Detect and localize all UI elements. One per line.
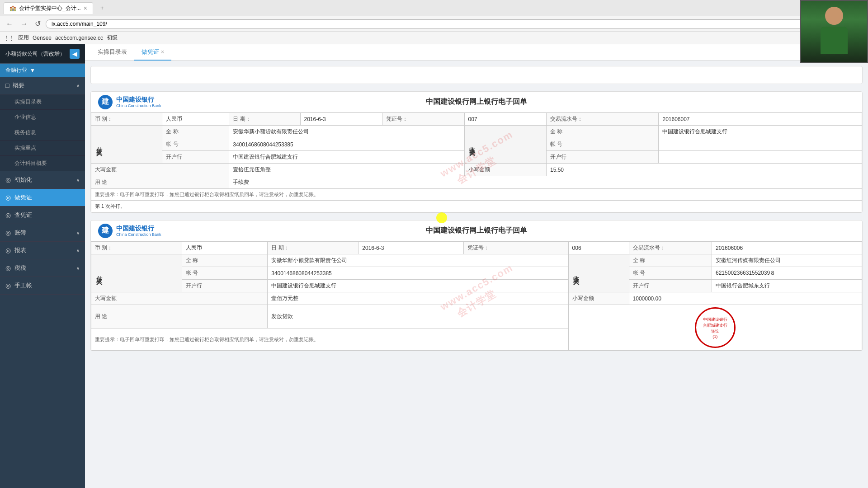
forward-btn[interactable]: → — [18, 19, 30, 29]
tab-voucher[interactable]: 做凭证 × — [134, 44, 171, 61]
currency-label-2: 币 别： — [91, 242, 182, 254]
tab-bar-browser: 🏫 会计学堂实操中心_会计... × + — [0, 0, 868, 16]
payer-bank-label-1: 开户行 — [162, 151, 229, 164]
init-arrow: ∨ — [76, 178, 80, 183]
apps-icon[interactable]: ⋮⋮ — [4, 35, 14, 41]
voucher-tab-close[interactable]: × — [161, 49, 164, 55]
sidebar-collapse-btn[interactable]: ◀ — [70, 49, 80, 59]
amount-small-label-2: 小写金额 — [568, 292, 629, 305]
bookmark-acc5[interactable]: acc5com.gensee.cc — [55, 35, 103, 41]
sidebar-item-check-voucher[interactable]: ◎ 查凭证 — [0, 206, 85, 224]
sidebar-header: 小额贷款公司（营改增） ◀ — [0, 44, 85, 64]
person-figure — [816, 7, 852, 56]
tab-exercise-list[interactable]: 实操目录表 — [90, 44, 134, 61]
sidebar-sub-item-key-points[interactable]: 实操重点 — [0, 141, 85, 156]
account-summary-label: 会计科目概要 — [14, 160, 47, 166]
purpose-2: 发放贷款 — [268, 305, 568, 328]
sidebar-sub-item-account-summary[interactable]: 会计科目概要 — [0, 156, 85, 171]
amount-big-label-1: 大写金额 — [91, 164, 229, 176]
tx-flow-no-2: 201606006 — [712, 242, 862, 254]
overview-icon: □ — [5, 82, 9, 89]
sidebar-sub-item-company-info[interactable]: 企业信息 — [0, 110, 85, 125]
tx-flow-label-1: 交易流水号： — [547, 113, 659, 126]
report-label: 报表 — [14, 246, 26, 254]
stamp-line1: 中国建设银行 — [703, 317, 727, 323]
payee-section-1: 收 款 人 — [464, 126, 546, 164]
sidebar-item-voucher[interactable]: ◎ 做凭证 — [0, 189, 85, 206]
voucher-tab-label: 做凭证 — [142, 48, 159, 56]
payee-fullname-label-2: 全 称 — [629, 254, 712, 267]
industry-selector[interactable]: 金融行业 ▼ — [0, 64, 85, 77]
date-value-2: 2016-6-3 — [359, 242, 463, 254]
sidebar-sub-item-tax-info[interactable]: 税务信息 — [0, 125, 85, 141]
sidebar-item-report[interactable]: ◎ 报表 ∨ — [0, 242, 85, 259]
browser-tab-active[interactable]: 🏫 会计学堂实操中心_会计... × — [4, 2, 93, 14]
video-person — [801, 1, 867, 62]
currency-value-1: 人民币 — [162, 113, 229, 126]
voucher-no-2: 006 — [568, 242, 629, 254]
report-arrow: ∨ — [76, 248, 80, 253]
voucher-label-1: 凭证号： — [382, 113, 464, 126]
tax-info-label: 税务信息 — [14, 129, 36, 136]
bank-table-2: 币 别： 人民币 日 期： 2016-6-3 凭证号： 006 交易流水号： 2… — [91, 241, 862, 351]
new-tab-btn[interactable]: + — [97, 3, 108, 13]
payer-account-label-1: 帐 号 — [162, 138, 229, 151]
print-info-1: 第 1 次补打。 — [91, 201, 862, 212]
bookmark-gensee[interactable]: Gensee — [33, 35, 52, 41]
payee-bank-2: 中国银行合肥城东支行 — [712, 280, 862, 292]
bookmark-beginner[interactable]: 初级 — [107, 34, 118, 42]
main-content: 实操目录表 做凭证 × 建 中国建设银行 China Construction … — [85, 44, 868, 488]
report-icon: ◎ — [5, 247, 11, 254]
address-bar[interactable]: lx.acc5.com/main_109/ — [46, 19, 864, 28]
browser-nav-bar: ← → ↺ lx.acc5.com/main_109/ — [0, 16, 868, 32]
payee-fullname-label-1: 全 称 — [547, 126, 659, 138]
payer-bank-2: 中国建设银行合肥城建支行 — [268, 280, 568, 292]
overview-arrow: ∧ — [76, 83, 80, 88]
bank-title-2: 中国建设银行网上银行电子回单 — [426, 226, 527, 235]
sidebar-item-tax[interactable]: ◎ 税税 ∨ — [0, 259, 85, 277]
stamp-line3: 转讫 — [711, 328, 719, 334]
bank-stamp-cell: 中国建设银行 合肥城建支行 转讫 (1) — [568, 305, 862, 351]
payee-fullname-2: 安徽红河传媒有限责任公司 — [712, 254, 862, 267]
content-area: 建 中国建设银行 China Construction Bank 中国建设银行网… — [85, 61, 868, 488]
tx-flow-no-1: 201606007 — [659, 113, 862, 126]
payer-fullname-label-1: 全 称 — [162, 126, 229, 138]
company-name: 小额贷款公司（营改增） — [5, 50, 65, 58]
purpose-1: 手续费 — [229, 176, 862, 189]
init-icon: ◎ — [5, 176, 11, 183]
bank-card-1: 建 中国建设银行 China Construction Bank 中国建设银行网… — [90, 91, 863, 213]
payer-section-1: 付 款 人 — [91, 126, 162, 164]
bank-name-en-2: China Construction Bank — [116, 232, 161, 237]
bank-logo-1: 建 中国建设银行 China Construction Bank — [98, 95, 161, 109]
voucher-no-1: 007 — [464, 113, 546, 126]
sidebar-item-ledger[interactable]: ◎ 账簿 ∨ — [0, 224, 85, 242]
sidebar-sub-item-exercise-list[interactable]: 实操目录表 — [0, 94, 85, 110]
back-btn[interactable]: ← — [4, 19, 15, 29]
industry-label: 金融行业 — [5, 66, 27, 74]
refresh-btn[interactable]: ↺ — [33, 19, 43, 29]
bookmark-apps[interactable]: 应用 — [18, 34, 29, 42]
payee-bank-label-2: 开户行 — [629, 280, 712, 292]
purpose-label-2: 用 途 — [91, 305, 268, 328]
amount-big-1: 壹拾伍元伍角整 — [229, 164, 464, 176]
date-label-2: 日 期： — [268, 242, 359, 254]
ledger-label: 账簿 — [14, 229, 26, 237]
sidebar-item-init[interactable]: ◎ 初始化 ∨ — [0, 171, 85, 189]
person-body — [821, 27, 848, 54]
payer-bank-1: 中国建设银行合肥城建支行 — [229, 151, 464, 164]
voucher-icon: ◎ — [5, 194, 11, 201]
bank-name-cn-1: 中国建设银行 — [116, 96, 161, 103]
bank-logo-2: 建 中国建设银行 China Construction Bank — [98, 224, 161, 238]
date-label-1: 日 期： — [229, 113, 300, 126]
app-tab-bar: 实操目录表 做凭证 × — [85, 44, 868, 61]
payee-account-label-2: 帐 号 — [629, 267, 712, 280]
sidebar-item-overview[interactable]: □ 概要 ∧ — [0, 77, 85, 94]
notice-2: 重要提示：电子回单可重复打印，如您已通过银行柜台取得相应纸质回单，请注意核对，勿… — [91, 328, 569, 351]
tab-close-btn[interactable]: × — [84, 5, 87, 12]
date-value-1: 2016-6-3 — [300, 113, 382, 126]
payee-section-2: 收 款 人 — [568, 254, 629, 292]
manual-icon: ◎ — [5, 282, 11, 289]
sidebar-item-manual[interactable]: ◎ 手工帐 — [0, 277, 85, 295]
payer-account-2: 34001468608044253385 — [268, 267, 568, 280]
ledger-icon: ◎ — [5, 229, 11, 236]
